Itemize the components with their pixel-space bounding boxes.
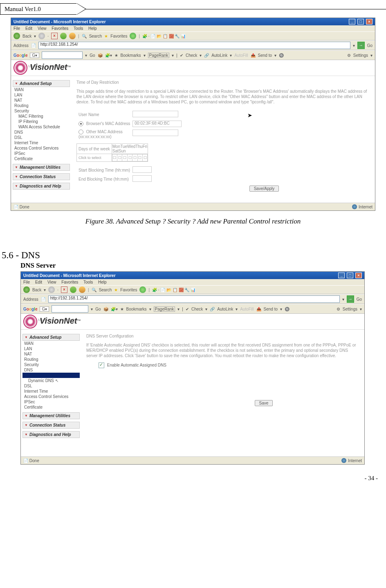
forward-icon[interactable] [48, 286, 55, 293]
sidebar-diag[interactable]: ▼Diagnostics and Help [22, 431, 80, 438]
sidebar-item[interactable]: Routing [22, 357, 80, 362]
menu-favorites[interactable]: Favorites [61, 280, 78, 284]
day-checkbox[interactable]: ☐ [132, 154, 137, 161]
search-label[interactable]: Search [89, 34, 102, 38]
enable-dns-checkbox[interactable] [99, 362, 104, 368]
go-button[interactable]: → [357, 42, 365, 49]
end-block-input[interactable] [132, 175, 152, 182]
menu-view[interactable]: View [38, 26, 47, 31]
back-icon[interactable] [13, 33, 20, 39]
menu-favorites[interactable]: Favorites [52, 26, 68, 31]
other-mac-radio[interactable] [79, 130, 83, 134]
autolink-label[interactable]: AutoLink [217, 307, 233, 311]
close-icon[interactable]: × [366, 19, 373, 25]
url-input[interactable]: http://192.168.1.254/ [48, 295, 340, 303]
home-icon[interactable] [69, 33, 76, 39]
go-button[interactable]: → [347, 295, 354, 303]
maximize-icon[interactable]: □ [357, 19, 364, 25]
refresh-icon[interactable] [60, 33, 67, 39]
day-checkbox[interactable]: ☐ [112, 154, 117, 161]
settings-label[interactable]: Settings [343, 307, 357, 311]
sidebar-item[interactable]: LAN [13, 92, 70, 98]
sidebar-item[interactable]: IPSec [22, 399, 80, 405]
start-block-input[interactable] [132, 166, 152, 173]
menu-edit[interactable]: Edit [35, 280, 42, 284]
sendto-label[interactable]: Send to [258, 53, 272, 58]
menu-help[interactable]: Help [98, 280, 107, 284]
sidebar-sub[interactable]: MAC Filtering [13, 114, 70, 119]
settings-label[interactable]: Settings [353, 53, 368, 58]
sidebar-item[interactable]: DSL [22, 383, 80, 389]
media-icon[interactable] [130, 33, 136, 39]
menu-edit[interactable]: Edit [25, 26, 32, 31]
back-icon[interactable] [23, 286, 30, 293]
url-input[interactable]: http://192.168.1.254/ [38, 42, 350, 49]
day-checkbox[interactable]: ☐ [142, 154, 147, 161]
menu-tools[interactable]: Tools [83, 280, 93, 284]
favorites-toolbar-label[interactable]: Favorites [120, 288, 137, 292]
day-checkbox[interactable]: ☐ [117, 154, 122, 161]
menu-file[interactable]: File [13, 26, 20, 31]
back-label[interactable]: Back [22, 34, 31, 38]
sendto-label[interactable]: Send to [264, 307, 278, 311]
autolink-label[interactable]: AutoLink [211, 53, 227, 58]
sidebar-conn[interactable]: ▼Connection Status [13, 173, 70, 180]
sidebar-item[interactable]: DSL [13, 135, 70, 140]
check-label[interactable]: Check [191, 307, 203, 311]
sidebar-item[interactable]: NAT [22, 351, 80, 357]
sidebar-item[interactable]: DNS [22, 367, 80, 373]
menu-tools[interactable]: Tools [74, 26, 83, 31]
day-checkbox[interactable]: ☐ [127, 154, 132, 161]
sidebar-item[interactable]: DNS [13, 130, 70, 135]
sidebar-item[interactable]: Certificate [22, 405, 80, 410]
sidebar-item[interactable]: Internet Time [22, 389, 80, 394]
sidebar-item[interactable]: Access Control Services [22, 394, 80, 399]
sidebar-item[interactable]: Routing [13, 103, 70, 108]
sidebar-item[interactable]: NAT [13, 98, 70, 103]
menu-file[interactable]: File [23, 280, 30, 284]
stop-icon[interactable]: × [61, 286, 67, 293]
sidebar-item[interactable]: LAN [22, 346, 80, 351]
google-search-input[interactable] [42, 51, 83, 59]
menu-help[interactable]: Help [88, 26, 97, 31]
other-mac-input[interactable] [132, 130, 178, 136]
save-apply-button[interactable]: Save/Apply [249, 186, 279, 192]
bookmarks-label[interactable]: Bookmarks [121, 53, 141, 58]
maximize-icon[interactable]: □ [347, 273, 353, 278]
stop-icon[interactable]: × [51, 33, 58, 39]
back-label[interactable]: Back [32, 288, 41, 292]
minimize-icon[interactable]: _ [338, 273, 345, 278]
sidebar-conn[interactable]: ▼Connection Status [22, 422, 80, 429]
sidebar-item[interactable]: WAN [22, 341, 80, 346]
refresh-icon[interactable] [70, 286, 76, 293]
close-icon[interactable]: × [355, 273, 362, 278]
sidebar-item[interactable]: Internet Time [13, 140, 70, 145]
sidebar-advanced-setup[interactable]: ▼Advanced Setup [22, 334, 80, 341]
bookmarks-label[interactable]: Bookmarks [126, 307, 147, 311]
google-go[interactable]: Go [90, 53, 95, 58]
pagerank-label[interactable]: PageRank [154, 306, 175, 312]
browser-mac-value[interactable]: 00:02:3F:68:4D:BC [132, 121, 182, 127]
sidebar-advanced-setup[interactable]: ▼Advanced Setup [13, 80, 70, 87]
google-go[interactable]: Go [95, 307, 101, 311]
sidebar-mgmt[interactable]: ▼Management Utilities [13, 164, 70, 171]
sidebar-item[interactable]: IPSec [13, 151, 70, 156]
sidebar-item[interactable]: Access Control Services [13, 145, 70, 151]
home-icon[interactable] [79, 286, 85, 293]
favorites-toolbar-label[interactable]: Favorites [110, 34, 127, 38]
day-checkbox[interactable]: ☐ [122, 154, 127, 161]
sidebar-item[interactable]: Certificate [13, 156, 70, 161]
sidebar-item[interactable]: Security [13, 108, 70, 114]
pagerank-label[interactable]: PageRank [148, 53, 170, 58]
menu-view[interactable]: View [47, 280, 56, 284]
media-icon[interactable] [139, 286, 146, 293]
forward-icon[interactable] [38, 33, 45, 39]
username-input[interactable] [132, 111, 178, 117]
browser-mac-radio[interactable] [79, 121, 83, 126]
sidebar-item[interactable]: Security [22, 362, 80, 367]
sidebar-sub[interactable]: Dynamic DNS ↖ [22, 378, 80, 383]
sidebar-sub[interactable]: IP Filtering [13, 119, 70, 124]
day-checkbox[interactable]: ☐ [137, 154, 142, 161]
search-label[interactable]: Search [99, 288, 112, 292]
sidebar-mgmt[interactable]: ▼Management Utilities [22, 412, 80, 419]
